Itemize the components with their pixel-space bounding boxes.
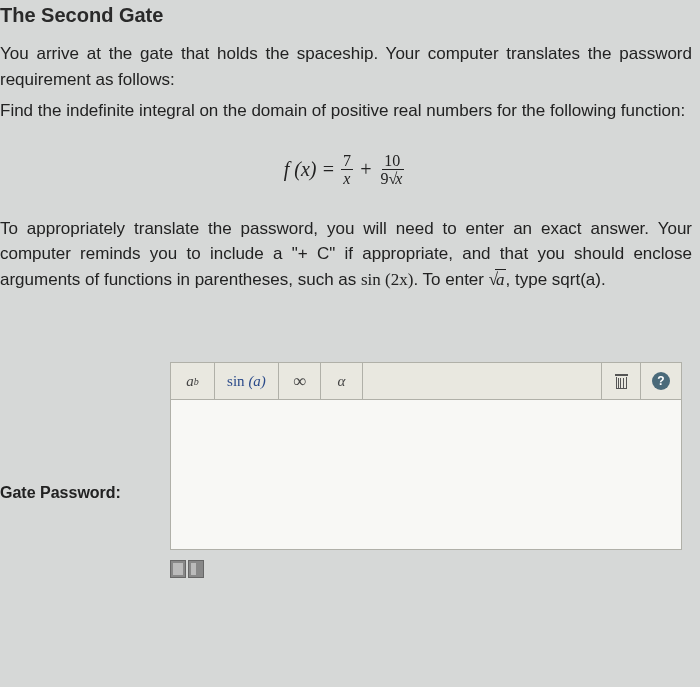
page-title: The Second Gate xyxy=(0,4,692,27)
fraction-1: 7 x xyxy=(341,152,353,188)
sqrt-example: √a xyxy=(489,270,506,289)
formula-display: f (x) = 7 x + 10 9√x xyxy=(0,152,692,188)
answer-label: Gate Password: xyxy=(0,410,170,502)
plus-sign: + xyxy=(359,158,373,181)
sin-function-button[interactable]: sin (a) xyxy=(215,363,279,399)
question-prompt: Find the indefinite integral on the doma… xyxy=(0,98,692,124)
clear-button[interactable] xyxy=(601,363,641,399)
help-icon: ? xyxy=(652,372,670,390)
fraction-2: 10 9√x xyxy=(378,152,406,188)
intro-text: You arrive at the gate that holds the sp… xyxy=(0,41,692,92)
sin-example: sin (2x) xyxy=(361,270,413,289)
footer-icons xyxy=(170,560,692,578)
answer-input[interactable] xyxy=(170,400,682,550)
infinity-button[interactable]: ∞ xyxy=(279,363,321,399)
mode-icon-2[interactable] xyxy=(188,560,204,578)
exponent-button[interactable]: ab xyxy=(171,363,215,399)
formula-lhs: f (x) = xyxy=(284,158,335,181)
equation-editor: ab sin (a) ∞ α ? xyxy=(170,362,682,550)
toolbar-spacer xyxy=(363,363,601,399)
alpha-button[interactable]: α xyxy=(321,363,363,399)
editor-toolbar: ab sin (a) ∞ α ? xyxy=(170,362,682,400)
mode-icon-1[interactable] xyxy=(170,560,186,578)
help-button[interactable]: ? xyxy=(641,363,681,399)
trash-icon xyxy=(615,374,628,389)
instructions-text: To appropriately translate the password,… xyxy=(0,216,692,293)
